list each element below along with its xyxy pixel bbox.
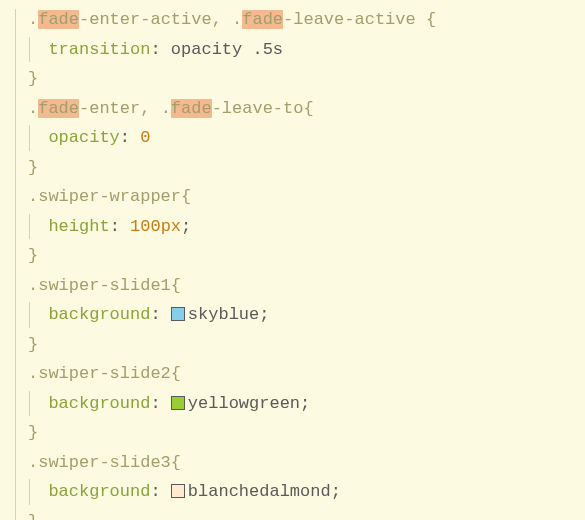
- css-selector-line: .fade-enter-active, .fade-leave-active {: [28, 5, 585, 35]
- css-declaration-line: transition: opacity .5s: [28, 35, 585, 65]
- match-highlight: fade: [38, 99, 79, 118]
- indent-guide: [29, 125, 30, 151]
- css-declaration-line: background: skyblue;: [28, 300, 585, 330]
- css-selector-line: .fade-enter, .fade-leave-to{: [28, 94, 585, 124]
- selector-text: .swiper-slide2{: [28, 364, 181, 383]
- value: opacity .5s: [171, 40, 283, 59]
- selector-text: .fade-enter, .fade-leave-to{: [28, 99, 314, 118]
- brace-close-line: }: [28, 64, 585, 94]
- outer-fold-guide: [15, 9, 16, 520]
- match-highlight: fade: [38, 10, 79, 29]
- css-selector-line: .swiper-slide2{: [28, 359, 585, 389]
- css-selector-line: .swiper-slide1{: [28, 271, 585, 301]
- property: height: [48, 217, 109, 236]
- css-declaration-line: background: yellowgreen;: [28, 389, 585, 419]
- value: yellowgreen: [188, 394, 300, 413]
- property: background: [48, 305, 150, 324]
- indent-guide: [29, 214, 30, 240]
- brace-close-line: }: [28, 153, 585, 183]
- property: transition: [48, 40, 150, 59]
- css-selector-line: .swiper-slide3{: [28, 448, 585, 478]
- css-declaration-line: height: 100px;: [28, 212, 585, 242]
- indent-guide: [29, 391, 30, 417]
- property: background: [48, 482, 150, 501]
- color-swatch-icon: [171, 307, 185, 321]
- color-swatch-icon: [171, 396, 185, 410]
- value: 100px: [130, 217, 181, 236]
- match-highlight: fade: [242, 10, 283, 29]
- brace-close-line: }: [28, 418, 585, 448]
- value: 0: [140, 128, 150, 147]
- selector-text: .swiper-slide3{: [28, 453, 181, 472]
- brace-close-line: }: [28, 241, 585, 271]
- indent-guide: [29, 302, 30, 328]
- css-declaration-line: opacity: 0: [28, 123, 585, 153]
- match-highlight: fade: [171, 99, 212, 118]
- property: opacity: [48, 128, 119, 147]
- selector-text: .fade-enter-active, .fade-leave-active {: [28, 10, 436, 29]
- property: background: [48, 394, 150, 413]
- brace-close-line: }: [28, 330, 585, 360]
- brace-close-line: }: [28, 507, 585, 521]
- value: skyblue: [188, 305, 259, 324]
- css-declaration-line: background: blanchedalmond;: [28, 477, 585, 507]
- css-selector-line: .swiper-wrapper{: [28, 182, 585, 212]
- code-block: .fade-enter-active, .fade-leave-active {…: [28, 5, 585, 520]
- value: blanchedalmond: [188, 482, 331, 501]
- selector-text: .swiper-slide1{: [28, 276, 181, 295]
- indent-guide: [29, 479, 30, 505]
- indent-guide: [29, 37, 30, 63]
- selector-text: .swiper-wrapper{: [28, 187, 191, 206]
- color-swatch-icon: [171, 484, 185, 498]
